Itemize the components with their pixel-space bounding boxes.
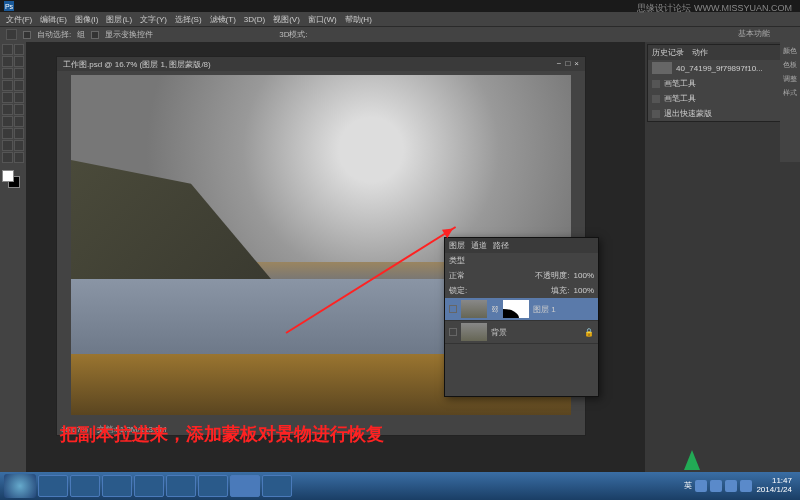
color-swatch[interactable] bbox=[2, 170, 20, 188]
blend-mode[interactable]: 正常 bbox=[449, 270, 465, 281]
tray-icon[interactable] bbox=[695, 480, 707, 492]
move-tool[interactable] bbox=[2, 44, 13, 55]
strip-swatches[interactable]: 色板 bbox=[782, 60, 798, 70]
ime-indicator[interactable]: 英 bbox=[684, 480, 692, 492]
annotation-text: 把副本拉进来，添加蒙板对景物进行恢复 bbox=[60, 422, 384, 446]
menu-3d[interactable]: 3D(D) bbox=[244, 15, 265, 24]
dodge-tool[interactable] bbox=[14, 116, 25, 127]
menu-image[interactable]: 图像(I) bbox=[75, 14, 99, 25]
document-tab[interactable]: 工作图.psd @ 16.7% (图层 1, 图层蒙版/8) bbox=[63, 59, 211, 69]
menu-window[interactable]: 窗口(W) bbox=[308, 14, 337, 25]
auto-select-checkbox[interactable] bbox=[23, 31, 31, 39]
history-panel: 历史记录 动作 40_74199_9f79897f10... 画笔工具 画笔工具… bbox=[647, 44, 798, 122]
link-icon[interactable]: ⛓ bbox=[491, 305, 499, 314]
menu-edit[interactable]: 编辑(E) bbox=[40, 14, 67, 25]
close-icon[interactable]: × bbox=[574, 59, 579, 69]
wand-tool[interactable] bbox=[14, 56, 25, 67]
lasso-tool[interactable] bbox=[2, 56, 13, 67]
layer-row[interactable]: 背景 🔒 bbox=[445, 321, 598, 344]
toolbox bbox=[0, 42, 26, 482]
collapsed-panels: 颜色 色板 调整 样式 bbox=[780, 42, 800, 162]
fill-value[interactable]: 100% bbox=[574, 286, 594, 295]
auto-select-label: 自动选择: bbox=[37, 29, 71, 40]
menu-help[interactable]: 帮助(H) bbox=[345, 14, 372, 25]
gradient-tool[interactable] bbox=[14, 104, 25, 115]
fill-label: 填充: bbox=[551, 285, 569, 296]
visibility-icon[interactable] bbox=[449, 305, 457, 313]
shape-tool[interactable] bbox=[14, 140, 25, 151]
menu-filter[interactable]: 滤镜(T) bbox=[210, 14, 236, 25]
mask-icon bbox=[652, 110, 660, 118]
show-transform-label: 显示变换控件 bbox=[105, 29, 153, 40]
layer-kind[interactable]: 类型 bbox=[449, 255, 465, 266]
brush-icon bbox=[652, 80, 660, 88]
crop-tool[interactable] bbox=[2, 68, 13, 79]
task-ie[interactable] bbox=[38, 475, 68, 497]
layer-name[interactable]: 背景 bbox=[491, 327, 507, 338]
hand-tool[interactable] bbox=[2, 152, 13, 163]
tab-actions[interactable]: 动作 bbox=[692, 47, 708, 58]
strip-color[interactable]: 颜色 bbox=[782, 46, 798, 56]
strip-adjust[interactable]: 调整 bbox=[782, 74, 798, 84]
history-item[interactable]: 画笔工具 bbox=[648, 91, 797, 106]
options-bar: 自动选择: 组 显示变换控件 3D模式: bbox=[0, 26, 800, 42]
ps-logo: Ps bbox=[4, 1, 14, 11]
auto-select-dropdown[interactable]: 组 bbox=[77, 29, 85, 40]
menu-layer[interactable]: 图层(L) bbox=[106, 14, 132, 25]
layer-row[interactable]: ⛓ 图层 1 bbox=[445, 298, 598, 321]
heal-tool[interactable] bbox=[2, 80, 13, 91]
clock[interactable]: 11:472014/1/24 bbox=[756, 477, 796, 495]
opacity-value[interactable]: 100% bbox=[574, 271, 594, 280]
tray-icon[interactable] bbox=[725, 480, 737, 492]
task-photoshop[interactable] bbox=[230, 475, 260, 497]
tab-layers[interactable]: 图层 bbox=[449, 240, 465, 251]
type-tool[interactable] bbox=[14, 128, 25, 139]
eraser-tool[interactable] bbox=[2, 104, 13, 115]
tray-volume-icon[interactable] bbox=[740, 480, 752, 492]
strip-styles[interactable]: 样式 bbox=[782, 88, 798, 98]
eyedropper-tool[interactable] bbox=[14, 68, 25, 79]
tray-icon[interactable] bbox=[710, 480, 722, 492]
layers-panel: 图层 通道 路径 类型 正常 不透明度: 100% 锁定: 填充: 100% ⛓ bbox=[444, 237, 599, 397]
lock-icon: 🔒 bbox=[584, 328, 594, 337]
visibility-icon[interactable] bbox=[449, 328, 457, 336]
path-tool[interactable] bbox=[2, 140, 13, 151]
task-app3[interactable] bbox=[198, 475, 228, 497]
layer-name[interactable]: 图层 1 bbox=[533, 304, 556, 315]
stamp-tool[interactable] bbox=[2, 92, 13, 103]
watermark: 思缘设计论坛 WWW.MISSYUAN.COM bbox=[637, 2, 792, 15]
task-app4[interactable] bbox=[262, 475, 292, 497]
history-item[interactable]: 退出快速蒙版 bbox=[648, 106, 797, 121]
brush-tool[interactable] bbox=[14, 80, 25, 91]
task-app1[interactable] bbox=[134, 475, 164, 497]
windows-taskbar: 英 11:472014/1/24 bbox=[0, 472, 800, 500]
task-app2[interactable] bbox=[166, 475, 196, 497]
pen-tool[interactable] bbox=[2, 128, 13, 139]
history-brush-tool[interactable] bbox=[14, 92, 25, 103]
start-button[interactable] bbox=[4, 474, 36, 498]
tab-history[interactable]: 历史记录 bbox=[652, 47, 684, 58]
move-tool-icon[interactable] bbox=[6, 29, 17, 40]
tab-paths[interactable]: 路径 bbox=[493, 240, 509, 251]
layer-thumb[interactable] bbox=[461, 323, 487, 341]
zoom-tool[interactable] bbox=[14, 152, 25, 163]
task-media[interactable] bbox=[102, 475, 132, 497]
menu-select[interactable]: 选择(S) bbox=[175, 14, 202, 25]
lock-label: 锁定: bbox=[449, 285, 467, 296]
marquee-tool[interactable] bbox=[14, 44, 25, 55]
maximize-icon[interactable]: □ bbox=[565, 59, 570, 69]
menu-view[interactable]: 视图(V) bbox=[273, 14, 300, 25]
mode-3d-label: 3D模式: bbox=[279, 29, 307, 40]
show-transform-checkbox[interactable] bbox=[91, 31, 99, 39]
history-item[interactable]: 画笔工具 bbox=[648, 76, 797, 91]
mask-thumb[interactable] bbox=[503, 300, 529, 318]
workspace-switcher[interactable]: 基本功能 bbox=[738, 28, 770, 39]
menu-file[interactable]: 文件(F) bbox=[6, 14, 32, 25]
layer-thumb[interactable] bbox=[461, 300, 487, 318]
menu-type[interactable]: 文字(Y) bbox=[140, 14, 167, 25]
blur-tool[interactable] bbox=[2, 116, 13, 127]
task-explorer[interactable] bbox=[70, 475, 100, 497]
minimize-icon[interactable]: − bbox=[557, 59, 562, 69]
tab-channels[interactable]: 通道 bbox=[471, 240, 487, 251]
history-snapshot[interactable]: 40_74199_9f79897f10... bbox=[648, 60, 797, 76]
